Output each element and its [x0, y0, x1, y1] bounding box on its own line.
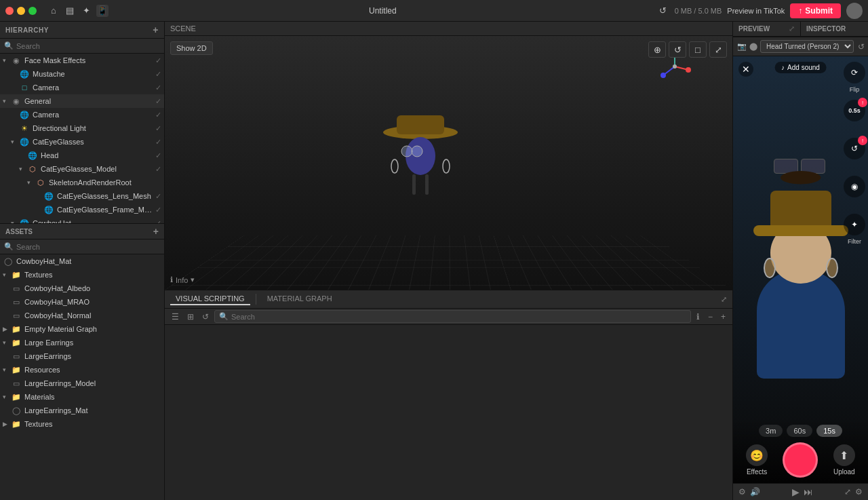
3d-model-svg	[380, 112, 461, 207]
flip-label: Flip	[850, 86, 860, 93]
tiktok-bottom: 3m 60s 15s 😊 Effects ⬆ Upload	[733, 419, 868, 483]
tree-item-lens-mesh[interactable]: 🌐 CatEyeGlasses_Lens_Mesh ✓	[0, 189, 164, 203]
timer-3m[interactable]: 3m	[759, 425, 783, 437]
tiktok-close-button[interactable]: ✕	[738, 62, 753, 77]
tree-item-cateyemodel[interactable]: ▾ ⬡ CatEyeGlasses_Model ✓	[0, 162, 164, 176]
asset-empty-mat-graph[interactable]: ▶ 📁 Empty Material Graph	[0, 322, 164, 336]
tree-item-frame-mesh[interactable]: 🌐 CatEyeGlasses_Frame_Mesh ✓	[0, 203, 164, 216]
visibility-check[interactable]: ✓	[155, 70, 161, 79]
right-panel-headers: PREVIEW ⤢ INSPECTOR	[733, 22, 868, 37]
layout-icon[interactable]: ▤	[64, 5, 76, 17]
filter-button[interactable]: ✦	[844, 214, 865, 235]
asset-large-earrings-model[interactable]: ▭ LargeEarrings_Model	[0, 377, 164, 390]
effects-button[interactable]: 😊 Effects	[746, 444, 768, 476]
tree-item-dir-light[interactable]: ☀ Directional Light ✓	[0, 121, 164, 135]
close-traffic-light[interactable]	[5, 7, 14, 15]
tree-item-general[interactable]: ▾ ◉ General ✓	[0, 94, 164, 108]
hamburger-icon[interactable]: ☰	[169, 311, 182, 323]
visibility-check[interactable]: ✓	[155, 97, 161, 106]
scene-area[interactable]: 🎬 Show 2D ⊕ ↺ □ ⤢ ℹ Info ▾	[165, 36, 732, 290]
device-icon[interactable]: 📱	[96, 5, 108, 17]
asset-large-earrings[interactable]: ▭ LargeEarrings	[0, 349, 164, 363]
transform-move-icon[interactable]: ⊕	[648, 41, 666, 58]
tree-item-mustache[interactable]: 🌐 Mustache ✓	[0, 67, 164, 81]
asset-textures1[interactable]: ▾ 📁 Textures	[0, 268, 164, 282]
visibility-check[interactable]: ✓	[155, 56, 161, 65]
add-node-icon[interactable]: +	[718, 311, 728, 323]
play-button[interactable]: ▶	[792, 486, 800, 497]
hierarchy-search-input[interactable]	[16, 42, 160, 50]
transform-all-icon[interactable]: ⤢	[709, 41, 727, 58]
visibility-check[interactable]: ✓	[155, 83, 161, 92]
tree-item-cateyeglasses[interactable]: ▾ 🌐 CatEyeGlasses ✓	[0, 135, 164, 149]
tiktok-add-sound-button[interactable]: ♪ Add sound	[774, 62, 827, 73]
volume-icon[interactable]: 🔊	[750, 487, 760, 497]
svg-point-15	[673, 64, 677, 69]
asset-resources[interactable]: ▾ 📁 Resources	[0, 363, 164, 377]
graph-search-input[interactable]	[231, 313, 686, 321]
transform-scale-icon[interactable]: □	[689, 41, 707, 58]
asset-cowboy-mat[interactable]: ◯ CowboyHat_Mat	[0, 254, 164, 268]
refresh-preview-icon[interactable]: ↺	[856, 41, 866, 53]
hat-brim	[753, 225, 848, 236]
preview-tiktok-button[interactable]: Preview in TikTok	[727, 7, 785, 15]
visibility-check[interactable]: ✓	[155, 111, 161, 119]
assets-add-button[interactable]: +	[153, 226, 159, 237]
visibility-check[interactable]: ✓	[155, 192, 161, 201]
info-graph-icon[interactable]: ℹ	[694, 311, 703, 323]
graph-toolbar: ☰ ⊞ ↺ 🔍 ℹ − +	[165, 309, 732, 325]
expand-arrow: ▾	[3, 98, 11, 104]
tree-item-camera-h[interactable]: □ Camera ✓	[0, 81, 164, 94]
home-icon[interactable]: ⌂	[47, 5, 60, 17]
settings-playback-icon[interactable]: ⚙	[738, 487, 746, 497]
hierarchy-add-button[interactable]: +	[153, 24, 159, 35]
tree-label: LargeEarrings_Mat	[24, 406, 161, 415]
asset-normal[interactable]: ▭ CowboyHat_Normal	[0, 309, 164, 322]
flip-button[interactable]: ⟳	[844, 62, 865, 83]
user-avatar[interactable]	[846, 3, 863, 19]
visibility-check[interactable]: ✓	[155, 124, 161, 133]
transform-rotate-icon[interactable]: ↺	[669, 41, 686, 58]
fullscreen-icon[interactable]: ⤢	[844, 487, 851, 497]
upload-button[interactable]: ⬆ Upload	[833, 444, 855, 476]
tree-item-face-mask[interactable]: ▾ ◉ Face Mask Effects ✓	[0, 54, 164, 67]
visibility-check[interactable]: ✓	[155, 165, 161, 174]
minimize-graph-icon[interactable]: −	[705, 311, 715, 323]
submit-button[interactable]: ↑ Submit	[790, 3, 841, 18]
assets-search-input[interactable]	[16, 243, 160, 251]
minimize-traffic-light[interactable]	[17, 7, 25, 15]
visibility-check[interactable]: ✓	[155, 138, 161, 147]
tab-material-graph[interactable]: MATERIAL GRAPH	[262, 293, 338, 305]
show-2d-button[interactable]: Show 2D	[170, 41, 213, 55]
hat-crown	[770, 191, 831, 228]
timer-15s[interactable]: 15s	[816, 425, 842, 437]
preview-external-icon[interactable]: ⤢	[789, 24, 795, 33]
settings-icon[interactable]: ⚙	[855, 487, 863, 497]
tree-item-camera-g[interactable]: 🌐 Camera ✓	[0, 108, 164, 121]
next-frame-button[interactable]: ⏭	[804, 486, 813, 497]
tree-item-cowboyhat[interactable]: ▾ 🌐 CowboyHat ✓	[0, 216, 164, 223]
visibility-check[interactable]: ✓	[155, 206, 161, 214]
tree-item-head1[interactable]: 🌐 Head ✓	[0, 149, 164, 162]
effects-right-button[interactable]: ◉	[844, 176, 865, 197]
asset-mrao[interactable]: ▭ CowboyHat_MRAO	[0, 295, 164, 309]
tab-visual-scripting[interactable]: VISUAL SCRIPTING	[170, 293, 250, 305]
refresh-graph-icon[interactable]: ↺	[199, 311, 212, 323]
person-select[interactable]: Head Turned (Person 2)	[760, 40, 854, 53]
grid-icon[interactable]: ⊞	[184, 311, 197, 323]
info-panel[interactable]: ℹ Info ▾	[170, 275, 195, 284]
asset-materials[interactable]: ▾ 📁 Materials	[0, 390, 164, 404]
asset-large-earrings-mat[interactable]: ◯ LargeEarrings_Mat	[0, 404, 164, 417]
asset-albedo[interactable]: ▭ CowboyHat_Albedo	[0, 282, 164, 295]
asset-large-earrings-folder[interactable]: ▾ 📁 Large Earrings	[0, 336, 164, 349]
visibility-check[interactable]: ✓	[155, 151, 161, 160]
tree-item-skeleton[interactable]: ▾ ⬡ SkeletonAndRenderRoot	[0, 176, 164, 189]
timer-60s[interactable]: 60s	[787, 425, 812, 437]
asset-textures2[interactable]: ▶ 📁 Textures	[0, 417, 164, 431]
record-button[interactable]	[783, 442, 818, 478]
maximize-traffic-light[interactable]	[28, 7, 37, 15]
external-link-icon[interactable]: ⤢	[721, 295, 727, 304]
effects-icon[interactable]: ✦	[80, 5, 92, 17]
visibility-check[interactable]: ✓	[155, 219, 161, 224]
refresh-icon[interactable]: ↺	[657, 5, 669, 17]
